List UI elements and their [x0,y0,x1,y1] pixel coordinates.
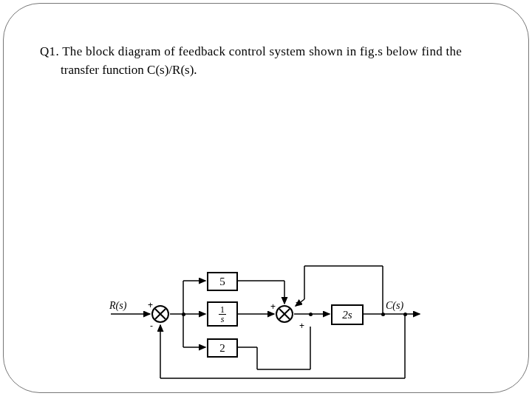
pickoff-node-outer [403,313,407,316]
sum2-sign-left: + [270,301,276,312]
branch-node-1 [182,313,185,316]
sum1-sign-plus: + [148,300,153,310]
block-bottom-gain: 2 [207,338,238,358]
block-top-gain: 5 [207,272,238,291]
input-label: R(s) [109,300,126,312]
question-line-2: transfer function C(s)/R(s). [40,61,504,80]
block-mid-gain: 1 s [207,301,238,327]
output-label: C(s) [386,300,403,312]
block-right-gain: 2s [331,304,364,325]
question-line-1: Q1. The block diagram of feedback contro… [40,43,504,61]
block-right-gain-label: 2s [342,309,352,321]
question-text: Q1. The block diagram of feedback contro… [40,43,504,79]
pickoff-node-inner [381,313,385,316]
block-diagram: R(s) C(s) + - + - + 5 1 s 2 2s [96,259,436,384]
sum2-sign-bottom: + [299,321,304,331]
block-bottom-gain-label: 2 [219,342,225,355]
summing-junction-1 [151,305,169,323]
summing-junction-2 [276,305,293,323]
block-mid-gain-fraction: 1 s [219,305,226,324]
diagram-wires [96,259,436,384]
fraction-denominator: s [219,315,226,324]
sum1-sign-minus: - [150,321,153,331]
sum2-sign-right: - [296,297,299,307]
merge-node [309,313,313,316]
fraction-numerator: 1 [219,305,226,315]
block-top-gain-label: 5 [219,276,225,288]
